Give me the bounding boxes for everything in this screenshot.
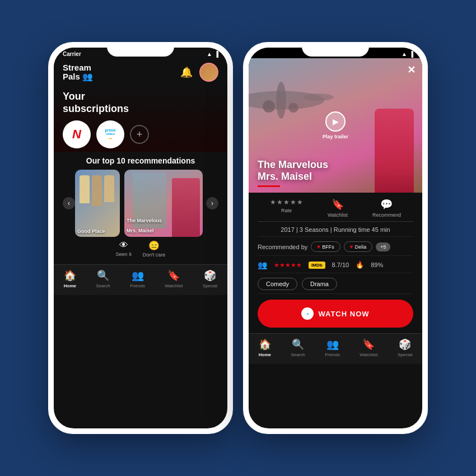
eye-icon: 👁 bbox=[119, 240, 128, 250]
imdb-score: 8.7/10 bbox=[332, 262, 349, 268]
netflix-icon[interactable]: N bbox=[63, 120, 91, 148]
star4: ★ bbox=[290, 198, 296, 206]
nav-friends-right[interactable]: 👥 Friends bbox=[325, 338, 340, 357]
subscriptions-title: Your subscriptions bbox=[63, 91, 218, 115]
nav-search-right[interactable]: 🔍 Search bbox=[291, 338, 305, 357]
meta-row: 2017 | 3 Seasons | Running time 45 min bbox=[258, 222, 413, 237]
header-icons: 🔔 bbox=[180, 63, 218, 82]
carousel-item-good-place[interactable]: Good Place bbox=[75, 170, 120, 237]
nav-home-right[interactable]: 🏠 Home bbox=[259, 338, 271, 357]
imdb-badge: IMDb bbox=[309, 262, 325, 269]
ratings-row: 👥 ★★★★★ IMDb 8.7/10 🔥 89% bbox=[258, 256, 413, 273]
special-icon: 🎲 bbox=[204, 269, 216, 282]
prime-logo-watch: p bbox=[301, 307, 314, 320]
seen-it-button[interactable]: 👁 Seen it bbox=[116, 240, 132, 258]
prime-video-icon[interactable]: prime video ⌣ bbox=[96, 120, 124, 148]
nav-watchlist[interactable]: 🔖 Watchlist bbox=[165, 269, 183, 288]
good-place-label: Good Place bbox=[77, 228, 105, 235]
subscription-icons: N prime video ⌣ + bbox=[63, 120, 218, 148]
avatar[interactable] bbox=[199, 63, 218, 82]
watchlist-action[interactable]: 🔖 Watchlist bbox=[328, 198, 348, 218]
maisel-label: The MarvelousMrs. Maisel bbox=[127, 218, 162, 234]
app-logo: Stream Pals 👥 bbox=[63, 63, 93, 82]
dont-care-icon: 😑 bbox=[148, 240, 160, 251]
right-phone: ▲ ▐ bbox=[243, 42, 428, 434]
friends-icon: 👥 bbox=[132, 269, 144, 282]
rate-action[interactable]: ★ ★ ★ ★ ★ Rate bbox=[270, 198, 303, 218]
add-subscription-button[interactable]: + bbox=[130, 125, 149, 144]
special-icon-right: 🎲 bbox=[399, 338, 411, 351]
watchlist-label: Watchlist bbox=[165, 283, 183, 288]
friends-label-right: Friends bbox=[325, 352, 340, 357]
battery-icon-right: ▐ bbox=[409, 51, 413, 57]
left-header: Stream Pals 👥 🔔 bbox=[54, 58, 227, 85]
recommend-label: Recommend bbox=[372, 212, 401, 218]
recommend-heart-icon: 💬 bbox=[380, 198, 393, 211]
bottom-nav-right: 🏠 Home 🔍 Search 👥 Friends 🔖 Watchlist bbox=[249, 333, 422, 364]
star-row: ★ ★ ★ ★ ★ bbox=[270, 198, 303, 206]
watch-now-button[interactable]: p WATCH NOW bbox=[258, 300, 413, 328]
home-icon-right: 🏠 bbox=[259, 338, 271, 351]
watch-now-label: WATCH NOW bbox=[318, 310, 369, 318]
home-label: Home bbox=[64, 283, 76, 288]
left-phone-inner: Carrier ▲ ▐ Stream Pals 👥 🔔 bbox=[54, 48, 227, 428]
show-title: The Marvelous Mrs. Maisel bbox=[258, 159, 413, 183]
carousel: Good Place bbox=[75, 170, 206, 237]
top10-title: Our top 10 recommendations bbox=[63, 156, 218, 165]
nav-watchlist-right[interactable]: 🔖 Watchlist bbox=[360, 338, 377, 357]
bell-icon[interactable]: 🔔 bbox=[180, 66, 193, 78]
tomato-icon: 🔥 bbox=[356, 261, 364, 269]
detail-actions-row: ★ ★ ★ ★ ★ Rate 🔖 Watchlist bbox=[258, 193, 413, 222]
carousel-item-maisel[interactable]: The MarvelousMrs. Maisel bbox=[124, 170, 203, 237]
detail-hero: ✕ ▶ Play trailer The Marvelous Mrs. Mais… bbox=[249, 58, 422, 193]
heart-icon-delia: ♥ bbox=[350, 244, 353, 250]
notch bbox=[107, 42, 174, 57]
watchlist-icon: 🔖 bbox=[167, 269, 180, 282]
right-screen-content: ✕ ▶ Play trailer The Marvelous Mrs. Mais… bbox=[249, 58, 422, 364]
wifi-icon-right: ▲ bbox=[402, 51, 407, 57]
tomatometer-score: 89% bbox=[371, 262, 383, 268]
friend-stars: ★★★★★ bbox=[274, 262, 302, 269]
friends-rating-icon: 👥 bbox=[258, 260, 267, 269]
rate-label: Rate bbox=[281, 208, 292, 213]
carrier-text: Carrier bbox=[63, 51, 81, 57]
detail-body: ★ ★ ★ ★ ★ Rate 🔖 Watchlist bbox=[249, 193, 422, 333]
rec-plus-badge[interactable]: +5 bbox=[376, 242, 390, 251]
friends-icon-right: 👥 bbox=[326, 338, 339, 351]
subscriptions-section: Your subscriptions N prime video ⌣ + bbox=[54, 85, 227, 152]
nav-special-right[interactable]: 🎲 Special bbox=[398, 338, 412, 357]
rec-badge-bffs[interactable]: ♥ BFFs bbox=[311, 241, 340, 252]
wifi-icon: ▲ bbox=[207, 51, 212, 57]
svg-point-2 bbox=[303, 94, 334, 101]
star3: ★ bbox=[283, 198, 290, 206]
play-trailer-button[interactable]: ▶ Play trailer bbox=[323, 111, 348, 139]
nav-search[interactable]: 🔍 Search bbox=[96, 269, 110, 288]
special-label: Special bbox=[203, 283, 217, 288]
carousel-prev-button[interactable]: ‹ bbox=[63, 197, 75, 209]
recommend-action[interactable]: 💬 Recommend bbox=[372, 198, 401, 218]
nav-home[interactable]: 🏠 Home bbox=[64, 269, 76, 288]
bffs-label: BFFs bbox=[322, 244, 334, 250]
svg-point-4 bbox=[288, 102, 298, 113]
bookmark-icon: 🔖 bbox=[332, 198, 344, 211]
svg-point-1 bbox=[276, 82, 286, 119]
logo-line2: Pals 👥 bbox=[63, 72, 93, 82]
recommended-row: Recommended by ♥ BFFs ♥ Delia +5 bbox=[258, 237, 413, 256]
title-underline bbox=[258, 185, 280, 187]
recommended-by-label: Recommended by bbox=[258, 244, 307, 250]
close-button[interactable]: ✕ bbox=[407, 64, 416, 76]
genre-drama[interactable]: Drama bbox=[302, 278, 337, 290]
top10-section: Our top 10 recommendations ‹ bbox=[54, 152, 227, 264]
watchlist-icon-right: 🔖 bbox=[362, 338, 375, 351]
carousel-next-button[interactable]: › bbox=[206, 197, 218, 209]
genre-comedy[interactable]: Comedy bbox=[258, 278, 297, 290]
nav-special[interactable]: 🎲 Special bbox=[203, 269, 217, 288]
star2: ★ bbox=[277, 198, 283, 206]
watchlist-label: Watchlist bbox=[328, 212, 348, 218]
watchlist-label-right: Watchlist bbox=[360, 352, 377, 357]
dont-care-button[interactable]: 😑 Don't care bbox=[143, 240, 166, 258]
special-label-right: Special bbox=[398, 352, 412, 357]
rec-badge-delia[interactable]: ♥ Delia bbox=[344, 241, 372, 252]
nav-friends[interactable]: 👥 Friends bbox=[130, 269, 145, 288]
search-label-right: Search bbox=[291, 352, 305, 357]
